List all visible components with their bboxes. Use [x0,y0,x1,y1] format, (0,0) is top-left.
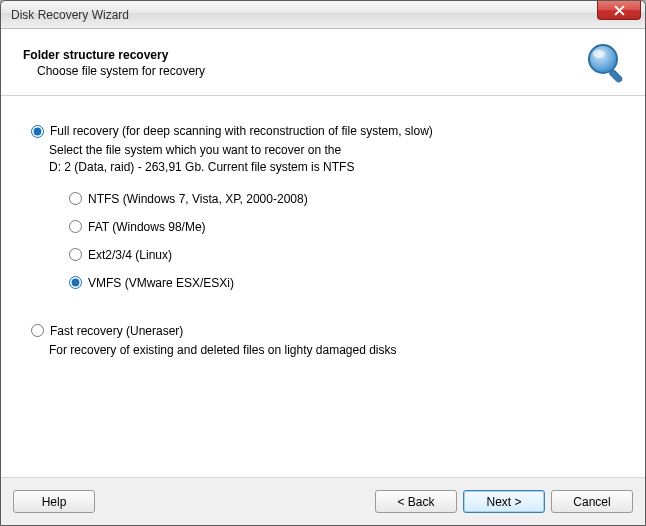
fast-recovery-radio[interactable] [31,324,44,337]
page-title: Folder structure recovery [23,48,583,62]
fs-radio-fat[interactable] [69,220,82,233]
help-button[interactable]: Help [13,490,95,513]
page-subtitle: Choose file system for recovery [37,64,583,78]
fs-radio-ntfs[interactable] [69,192,82,205]
fast-recovery-label[interactable]: Fast recovery (Uneraser) [50,324,183,338]
full-recovery-desc: Select the file system which you want to… [49,142,615,176]
magnifier-icon [583,39,631,87]
filesystem-list: NTFS (Windows 7, Vista, XP, 2000-2008) F… [69,192,615,290]
svg-point-1 [593,50,605,58]
titlebar[interactable]: Disk Recovery Wizard [1,1,645,29]
fs-label[interactable]: Ext2/3/4 (Linux) [88,248,172,262]
fs-radio-ext[interactable] [69,248,82,261]
fs-option-vmfs[interactable]: VMFS (VMware ESX/ESXi) [69,276,615,290]
fs-label[interactable]: VMFS (VMware ESX/ESXi) [88,276,234,290]
fast-recovery-desc: For recovery of existing and deleted fil… [49,342,615,359]
fs-label[interactable]: NTFS (Windows 7, Vista, XP, 2000-2008) [88,192,308,206]
fs-option-fat[interactable]: FAT (Windows 98/Me) [69,220,615,234]
window-title: Disk Recovery Wizard [11,8,129,22]
next-button[interactable]: Next > [463,490,545,513]
content-area: Full recovery (for deep scanning with re… [1,96,645,477]
fs-option-ntfs[interactable]: NTFS (Windows 7, Vista, XP, 2000-2008) [69,192,615,206]
header-panel: Folder structure recovery Choose file sy… [1,29,645,96]
back-button[interactable]: < Back [375,490,457,513]
fs-option-ext[interactable]: Ext2/3/4 (Linux) [69,248,615,262]
svg-rect-2 [609,69,623,83]
full-recovery-option[interactable]: Full recovery (for deep scanning with re… [31,124,615,138]
close-button[interactable] [597,1,641,20]
fs-radio-vmfs[interactable] [69,276,82,289]
footer-bar: Help < Back Next > Cancel [1,477,645,525]
svg-point-0 [589,45,617,73]
wizard-window: Disk Recovery Wizard Folder structure re… [0,0,646,526]
cancel-button[interactable]: Cancel [551,490,633,513]
full-recovery-radio[interactable] [31,125,44,138]
full-recovery-label[interactable]: Full recovery (for deep scanning with re… [50,124,433,138]
close-icon [614,5,625,16]
fs-label[interactable]: FAT (Windows 98/Me) [88,220,206,234]
fast-recovery-option[interactable]: Fast recovery (Uneraser) [31,324,615,338]
